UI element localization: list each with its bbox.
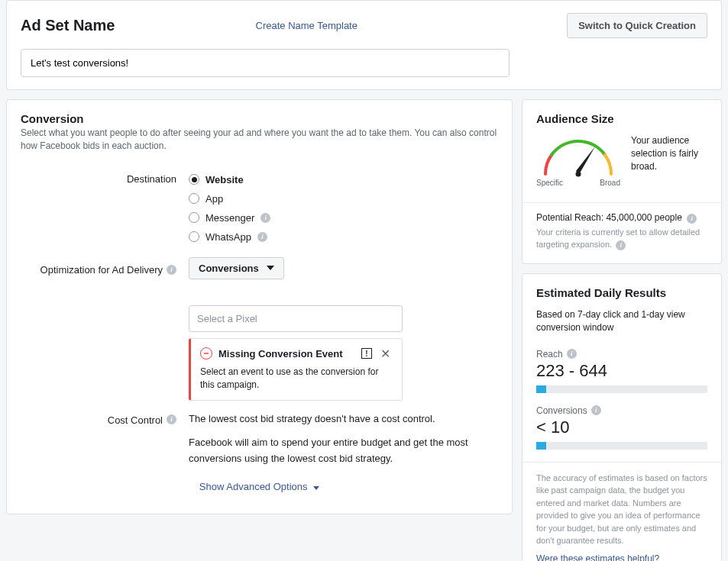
radio-icon bbox=[189, 231, 199, 242]
radio-label: App bbox=[205, 193, 223, 205]
show-advanced-options-link[interactable]: Show Advanced Options bbox=[21, 481, 498, 492]
info-icon[interactable]: i bbox=[167, 414, 176, 424]
destination-option-messenger[interactable]: Messenger i bbox=[189, 208, 498, 227]
radio-label: Website bbox=[205, 174, 244, 185]
close-icon[interactable]: ✕ bbox=[378, 347, 393, 361]
gauge-label-specific: Specific bbox=[536, 179, 563, 187]
radio-icon bbox=[189, 193, 199, 204]
error-body: Select an event to use as the conversion… bbox=[200, 366, 393, 392]
switch-quick-creation-button[interactable]: Switch to Quick Creation bbox=[567, 13, 707, 38]
pixel-selector[interactable]: Select a Pixel bbox=[189, 305, 403, 332]
info-icon[interactable]: i bbox=[591, 405, 601, 415]
cost-control-text: The lowest cost bid strategy doesn't hav… bbox=[189, 411, 494, 427]
optimization-dropdown[interactable]: Conversions bbox=[189, 257, 284, 279]
estimated-results-card: Estimated Daily Results Based on 7-day c… bbox=[522, 273, 722, 561]
caret-down-icon bbox=[267, 266, 274, 270]
destination-option-website[interactable]: Website bbox=[189, 170, 498, 189]
estimates-subtitle: Based on 7-day click and 1-day view conv… bbox=[536, 308, 707, 335]
destination-radio-group: Website App Messenger i WhatsApp i bbox=[189, 170, 498, 247]
optimization-value: Conversions bbox=[199, 263, 259, 274]
radio-icon bbox=[189, 212, 199, 223]
estimates-helpful-link[interactable]: Were these estimates helpful? bbox=[536, 553, 707, 561]
audience-gauge-text: Your audience selection is fairly broad. bbox=[631, 134, 707, 172]
audience-size-card: Audience Size Specific Broad bbox=[522, 99, 722, 264]
page-title: Ad Set Name bbox=[21, 17, 115, 34]
feedback-icon[interactable]: ! bbox=[361, 348, 372, 359]
conversion-heading: Conversion bbox=[21, 112, 498, 125]
conversions-bar bbox=[536, 442, 707, 450]
create-name-template-link[interactable]: Create Name Template bbox=[256, 20, 358, 31]
adset-name-input[interactable] bbox=[21, 49, 510, 77]
conversions-metric-label: Conversions i bbox=[536, 405, 707, 416]
reach-bar bbox=[536, 385, 707, 393]
gauge-icon bbox=[536, 134, 620, 180]
destination-option-app[interactable]: App bbox=[189, 189, 498, 208]
reach-metric-value: 223 - 644 bbox=[536, 361, 707, 381]
info-icon[interactable]: i bbox=[687, 214, 697, 224]
destination-label: Destination bbox=[21, 170, 189, 247]
missing-conversion-alert: Missing Conversion Event ! ✕ Select an e… bbox=[189, 338, 403, 401]
svg-point-2 bbox=[576, 172, 581, 177]
info-icon[interactable]: i bbox=[616, 240, 626, 250]
estimates-accuracy-note: The accuracy of estimates is based on fa… bbox=[536, 472, 707, 547]
destination-option-whatsapp[interactable]: WhatsApp i bbox=[189, 227, 498, 247]
error-minus-icon bbox=[200, 347, 212, 359]
caret-down-icon bbox=[313, 486, 319, 490]
reach-disclaimer: Your criteria is currently set to allow … bbox=[536, 227, 707, 251]
cost-control-label: Cost Control bbox=[108, 414, 163, 426]
radio-label: WhatsApp bbox=[205, 231, 251, 243]
info-icon[interactable]: i bbox=[260, 213, 270, 223]
reach-metric-label: Reach i bbox=[536, 349, 707, 359]
audience-gauge: Specific Broad bbox=[536, 134, 620, 187]
radio-icon bbox=[189, 174, 199, 185]
info-icon[interactable]: i bbox=[167, 265, 176, 275]
cost-control-text-2: Facebook will aim to spend your entire b… bbox=[189, 435, 494, 467]
conversions-metric-value: < 10 bbox=[536, 418, 707, 437]
radio-label: Messenger bbox=[205, 212, 254, 224]
error-title: Missing Conversion Event bbox=[218, 348, 355, 359]
info-icon[interactable]: i bbox=[257, 232, 267, 242]
optimization-label: Optimization for Ad Delivery bbox=[40, 264, 163, 276]
estimated-results-heading: Estimated Daily Results bbox=[536, 286, 707, 299]
adset-name-card: Ad Set Name Create Name Template Switch … bbox=[6, 0, 722, 90]
conversion-card: Conversion Select what you want people t… bbox=[6, 99, 513, 514]
potential-reach: Potential Reach: 45,000,000 people i bbox=[536, 212, 707, 224]
gauge-label-broad: Broad bbox=[600, 179, 620, 187]
svg-marker-1 bbox=[576, 147, 595, 174]
conversion-description: Select what you want people to do after … bbox=[21, 127, 498, 153]
info-icon[interactable]: i bbox=[567, 349, 577, 359]
audience-size-heading: Audience Size bbox=[536, 112, 707, 125]
